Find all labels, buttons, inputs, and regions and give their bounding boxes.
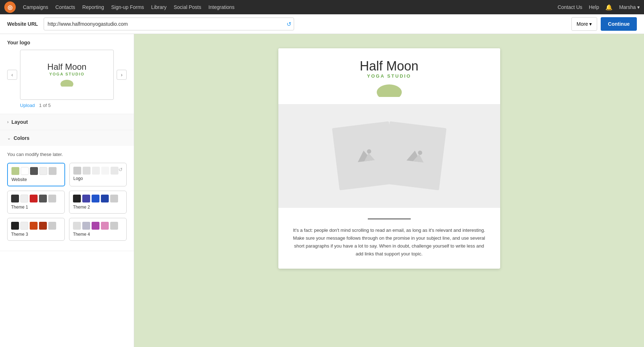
t3-s3 [30, 222, 38, 230]
logo-swatch-4 [101, 167, 109, 175]
theme-row-2: Theme 1 Theme 2 [7, 191, 127, 214]
theme1-swatches [11, 195, 61, 202]
logo-next-button[interactable]: › [117, 70, 127, 80]
nav-left: ◎ Campaigns Contacts Reporting Sign-up F… [4, 1, 235, 13]
nav-social-posts[interactable]: Social Posts [174, 4, 201, 10]
t3-s2 [20, 222, 28, 230]
t4-s3 [92, 222, 99, 230]
t2-s2 [82, 195, 90, 202]
theme3-swatches [11, 222, 61, 230]
logo-card-inner: ↺ [73, 167, 123, 175]
left-panel: Your logo ‹ Half Moon YOGA STUDIO › Uplo… [0, 34, 134, 347]
t2-s5 [110, 195, 118, 202]
mountain-icon-1 [352, 146, 376, 166]
right-preview: Half Moon YOGA STUDIO [134, 34, 644, 347]
logo-preview-wrap: ‹ Half Moon YOGA STUDIO › [7, 50, 127, 100]
contact-us-link[interactable]: Contact Us [557, 4, 582, 10]
nav-contacts[interactable]: Contacts [55, 4, 75, 10]
nav-integrations[interactable]: Integrations [208, 4, 234, 10]
nav-signup-forms[interactable]: Sign-up Forms [111, 4, 144, 10]
website-theme-name: Website [11, 177, 61, 182]
theme1-name: Theme 1 [11, 205, 61, 210]
svg-point-7 [418, 150, 422, 155]
swatch-2 [21, 167, 29, 175]
website-swatches [11, 167, 61, 175]
main-layout: Your logo ‹ Half Moon YOGA STUDIO › Uplo… [0, 34, 644, 347]
nav-campaigns[interactable]: Campaigns [23, 4, 48, 10]
url-refresh-icon[interactable]: ↺ [287, 21, 291, 28]
theme-row-1: Website ↺ L [7, 163, 127, 186]
logo-section: Your logo ‹ Half Moon YOGA STUDIO › Uplo… [0, 34, 134, 114]
t2-s4 [101, 195, 109, 202]
email-image-placeholder [278, 104, 500, 208]
theme-card-website[interactable]: Website [7, 163, 65, 186]
email-logo-sub: YOGA STUDIO [367, 73, 411, 79]
t1-s1 [11, 195, 19, 202]
logo-swatch-5 [111, 167, 118, 175]
email-header: Half Moon YOGA STUDIO [278, 48, 500, 104]
user-menu[interactable]: Marsha ▾ [619, 4, 640, 10]
logo-image: Half Moon YOGA STUDIO [47, 62, 86, 88]
more-button[interactable]: More ▾ [571, 17, 597, 31]
email-logo-title: Half Moon [360, 59, 418, 73]
logo-preview-box: Half Moon YOGA STUDIO [20, 50, 114, 100]
colors-section-header[interactable]: ⌄ Colors [0, 130, 134, 146]
swatch-3 [30, 167, 38, 175]
theme4-name: Theme 4 [73, 232, 123, 237]
t4-s4 [101, 222, 109, 230]
theme-card-4[interactable]: Theme 4 [69, 218, 127, 241]
t1-s2 [20, 195, 28, 202]
logo-prev-button[interactable]: ‹ [7, 70, 17, 80]
colors-content: You can modify these later. Website [0, 146, 134, 251]
theme2-name: Theme 2 [73, 205, 123, 210]
layout-section-title: Layout [11, 119, 28, 125]
nav-right: Contact Us Help 🔔 Marsha ▾ [557, 4, 640, 11]
logo-swatch-2 [83, 167, 91, 175]
upload-link[interactable]: Upload [20, 103, 35, 108]
email-preview: Half Moon YOGA STUDIO [278, 48, 500, 269]
t1-s3 [30, 195, 38, 202]
theme-card-1[interactable]: Theme 1 [7, 191, 65, 214]
email-leaf-svg [375, 81, 404, 97]
t1-s5 [48, 195, 56, 202]
continue-button[interactable]: Continue [601, 17, 637, 31]
nav-reporting[interactable]: Reporting [82, 4, 104, 10]
url-bar-label: Website URL [7, 21, 38, 27]
logo-leaf-icon [60, 78, 74, 87]
url-input-wrap: ↺ [44, 18, 294, 30]
t1-s4 [39, 195, 47, 202]
app-logo[interactable]: ◎ [4, 1, 16, 13]
svg-point-0 [60, 80, 73, 87]
theme-card-2[interactable]: Theme 2 [69, 191, 127, 214]
colors-chevron-icon: ⌄ [7, 136, 11, 141]
logo-refresh-icon[interactable]: ↺ [118, 167, 123, 172]
t2-s1 [73, 195, 81, 202]
layout-section-header[interactable]: › Layout [0, 114, 134, 130]
email-divider [368, 219, 411, 219]
logo-count: 1 of 5 [39, 103, 51, 108]
t4-s5 [110, 222, 118, 230]
logo-swatch-3 [92, 167, 100, 175]
t4-s1 [73, 222, 81, 230]
t3-s5 [48, 222, 56, 230]
svg-point-4 [366, 149, 371, 153]
logo-swatch-1 [73, 167, 81, 175]
colors-section: ⌄ Colors You can modify these later. [0, 130, 134, 251]
nav-library[interactable]: Library [151, 4, 167, 10]
url-input[interactable] [44, 18, 294, 30]
logo-section-title: Your logo [7, 40, 127, 45]
logo-theme-name: Logo [73, 176, 123, 181]
theme-card-3[interactable]: Theme 3 [7, 218, 65, 241]
logo-title-text: Half Moon [47, 62, 86, 72]
swatch-1 [11, 167, 19, 175]
theme4-swatches [73, 222, 123, 230]
colors-section-title: Colors [14, 135, 29, 141]
top-nav: ◎ Campaigns Contacts Reporting Sign-up F… [0, 0, 644, 14]
help-link[interactable]: Help [589, 4, 599, 10]
notification-bell-icon[interactable]: 🔔 [605, 4, 613, 11]
logo-actions: Upload 1 of 5 [7, 103, 127, 108]
mountain-icon-2 [402, 146, 426, 166]
t3-s1 [11, 222, 19, 230]
theme-card-logo[interactable]: ↺ Logo [69, 163, 127, 186]
logo-subtitle-text: YOGA STUDIO [47, 72, 86, 76]
